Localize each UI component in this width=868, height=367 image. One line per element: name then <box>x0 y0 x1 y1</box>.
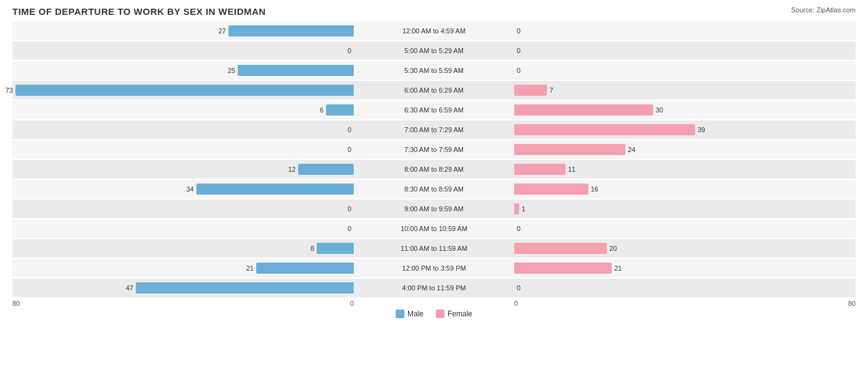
female-value: 0 <box>517 67 520 74</box>
legend-female: Female <box>436 310 472 318</box>
legend: Male Female <box>12 310 856 318</box>
axis-right-min: 0 <box>514 300 518 307</box>
bar-row: 09:00 AM to 9:59 AM1 <box>12 200 856 218</box>
left-section: 12 <box>12 160 354 179</box>
female-value: 0 <box>517 47 520 54</box>
male-value: 8 <box>311 245 314 252</box>
chart-title: TIME OF DEPARTURE TO WORK BY SEX IN WEID… <box>12 6 266 17</box>
time-label: 10:00 AM to 10:59 AM <box>354 225 514 232</box>
right-section: 0 <box>514 61 856 80</box>
female-bar <box>514 144 625 155</box>
time-label: 7:00 AM to 7:29 AM <box>354 126 514 133</box>
male-bar <box>298 164 354 175</box>
time-label: 11:00 AM to 11:59 AM <box>354 245 514 252</box>
left-section: 0 <box>12 140 354 159</box>
female-value: 30 <box>656 106 663 114</box>
bar-row: 2712:00 AM to 4:59 AM0 <box>12 22 856 40</box>
left-section: 0 <box>12 219 354 238</box>
bar-row: 474:00 PM to 11:59 PM0 <box>12 279 856 297</box>
left-section: 6 <box>12 101 354 119</box>
right-section: 30 <box>514 101 856 119</box>
right-section: 0 <box>514 22 856 40</box>
bar-row: 07:30 AM to 7:59 AM24 <box>12 140 856 159</box>
female-bar <box>514 203 519 214</box>
bar-row: 07:00 AM to 7:29 AM39 <box>12 120 856 139</box>
right-section: 20 <box>514 239 856 258</box>
right-section: 7 <box>514 81 856 99</box>
axis-right-max: 80 <box>848 300 856 307</box>
female-bar <box>514 184 588 195</box>
right-section: 24 <box>514 140 856 159</box>
bar-row: 2112:00 PM to 3:59 PM21 <box>12 259 856 277</box>
left-section: 25 <box>12 61 354 80</box>
male-value: 0 <box>348 126 351 133</box>
left-section: 0 <box>12 120 354 139</box>
right-section: 39 <box>514 120 856 139</box>
right-section: 21 <box>514 259 856 277</box>
right-section: 0 <box>514 41 856 60</box>
right-section: 0 <box>514 219 856 238</box>
axis-right: 0 80 <box>514 300 856 307</box>
female-bar <box>514 263 612 274</box>
female-bar <box>514 243 607 254</box>
right-section: 1 <box>514 200 856 218</box>
female-value: 11 <box>568 166 575 173</box>
female-bar <box>514 104 653 116</box>
left-section: 34 <box>12 180 354 198</box>
male-bar <box>228 25 354 36</box>
source-text: Source: ZipAtlas.com <box>791 6 856 14</box>
male-value: 0 <box>348 225 351 232</box>
female-value: 7 <box>549 86 553 94</box>
male-bar <box>256 263 354 274</box>
male-value: 27 <box>219 27 226 35</box>
male-bar <box>15 85 354 96</box>
chart-area: 2712:00 AM to 4:59 AM005:00 AM to 5:29 A… <box>12 22 856 297</box>
female-value: 21 <box>614 264 622 272</box>
female-value: 0 <box>517 284 520 292</box>
male-value: 34 <box>186 185 194 193</box>
legend-female-box <box>436 310 444 318</box>
female-bar <box>514 164 565 175</box>
time-label: 6:00 AM to 6:29 AM <box>354 86 514 94</box>
time-label: 8:30 AM to 8:59 AM <box>354 185 514 193</box>
male-bar <box>238 65 354 76</box>
bar-row: 66:30 AM to 6:59 AM30 <box>12 101 856 119</box>
bar-row: 255:30 AM to 5:59 AM0 <box>12 61 856 80</box>
time-label: 7:30 AM to 7:59 AM <box>354 146 514 153</box>
male-value: 0 <box>348 146 351 153</box>
legend-male: Male <box>396 310 424 318</box>
male-value: 47 <box>126 284 133 292</box>
right-section: 16 <box>514 180 856 198</box>
chart-container: TIME OF DEPARTURE TO WORK BY SEX IN WEID… <box>0 0 868 367</box>
female-value: 0 <box>517 27 520 35</box>
female-value: 0 <box>517 225 520 232</box>
axis-row: 80 0 0 80 <box>12 300 856 307</box>
female-value: 39 <box>698 126 705 133</box>
right-section: 0 <box>514 279 856 297</box>
female-value: 20 <box>609 245 617 252</box>
axis-left: 80 0 <box>12 300 354 307</box>
time-label: 12:00 AM to 4:59 AM <box>354 27 514 35</box>
male-bar <box>326 104 354 116</box>
axis-left-max: 0 <box>350 300 354 307</box>
male-value: 0 <box>348 47 351 54</box>
legend-male-label: Male <box>407 310 424 318</box>
female-bar <box>514 85 547 96</box>
male-value: 21 <box>246 264 254 272</box>
male-value: 73 <box>6 86 13 94</box>
male-bar <box>136 282 354 293</box>
bar-row: 010:00 AM to 10:59 AM0 <box>12 219 856 238</box>
axis-left-min: 80 <box>12 300 20 307</box>
male-bar <box>317 243 354 254</box>
time-label: 4:00 PM to 11:59 PM <box>354 284 514 292</box>
female-bar <box>514 124 695 135</box>
bar-row: 348:30 AM to 8:59 AM16 <box>12 180 856 198</box>
right-section: 11 <box>514 160 856 179</box>
left-section: 27 <box>12 22 354 40</box>
left-section: 21 <box>12 259 354 277</box>
title-row: TIME OF DEPARTURE TO WORK BY SEX IN WEID… <box>12 6 856 17</box>
left-section: 0 <box>12 41 354 60</box>
time-label: 5:30 AM to 5:59 AM <box>354 67 514 74</box>
bar-row: 736:00 AM to 6:29 AM7 <box>12 81 856 99</box>
time-label: 12:00 PM to 3:59 PM <box>354 264 514 272</box>
